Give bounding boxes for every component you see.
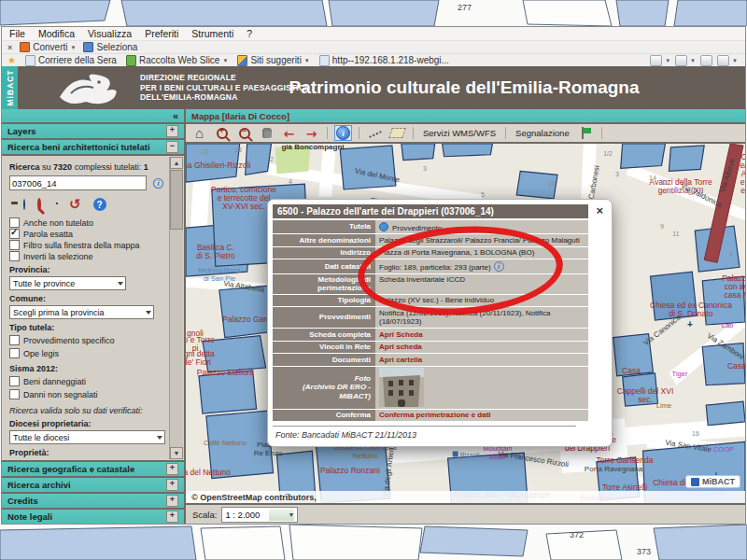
close-toolbar-button[interactable]: ×	[7, 43, 12, 52]
home-page-icon[interactable]: ▼	[650, 55, 670, 66]
favorite-corriere-della-sera[interactable]: Corriere della Sera	[25, 55, 117, 66]
map-label: 3	[615, 170, 619, 178]
menu-visualizza[interactable]: Visualizza	[88, 28, 132, 39]
safety-icon[interactable]: ▼	[675, 55, 696, 66]
identify-icon[interactable]	[334, 125, 352, 141]
apri-scheda-link[interactable]: Apri Scheda	[379, 330, 423, 339]
menu-strumenti[interactable]: Strumenti	[191, 28, 233, 39]
map-label: Via San Vitale	[665, 439, 712, 455]
expand-icon[interactable]: +	[166, 479, 178, 491]
collapse-icon[interactable]: −	[166, 141, 178, 153]
chevron-down-icon: ▼	[269, 509, 294, 521]
search-input[interactable]	[9, 175, 147, 190]
slice-icon	[126, 55, 136, 66]
suggest-icon	[237, 55, 247, 66]
accordion-layers[interactable]: Layers +	[2, 124, 184, 138]
checkbox-parola-esatta[interactable]: Parola esatta	[9, 229, 163, 239]
forward-icon[interactable]	[303, 125, 320, 141]
favorites-star-icon[interactable]: ★	[7, 56, 16, 65]
convert-button[interactable]: Converti ▼	[20, 42, 76, 52]
menu-file[interactable]: File	[9, 28, 25, 39]
field-value: Apri scheda	[375, 342, 588, 354]
popup-row-foto: Foto(Archivio DR ERO - MiBACT)	[273, 367, 588, 409]
accordion-ricerca-geografica-e-catastale[interactable]: Ricerca geografica e catastale+	[2, 462, 184, 476]
field-label: Indirizzo	[273, 247, 375, 259]
comune-select[interactable]: Scegli prima la provincia	[9, 305, 154, 319]
map-label: Casa Ghisilieri-Rizzoli	[186, 161, 250, 170]
segnalazione-button[interactable]: Segnalazione	[513, 128, 572, 138]
accordion-credits[interactable]: Credits+	[2, 494, 184, 508]
map-label: agni detta de' Fiori	[186, 350, 215, 367]
accordion-ricerca-archivi[interactable]: Ricerca archivi+	[2, 478, 184, 492]
expand-icon[interactable]: +	[166, 495, 178, 507]
apri-cartella-link[interactable]: Apri cartella	[379, 356, 422, 364]
expand-icon[interactable]: +	[166, 125, 178, 137]
map-label: 2	[270, 155, 274, 163]
scroll-up-button[interactable]: ▲	[170, 157, 183, 169]
search-icon[interactable]	[37, 200, 45, 209]
search-summary: Ricerca su 7320 complessi tutelati: 1	[9, 162, 163, 172]
expand-icon[interactable]: +	[166, 463, 178, 475]
apri-scheda-link[interactable]: Apri scheda	[379, 343, 422, 351]
map-label: aria del Nettuno	[186, 469, 231, 477]
expand-icon[interactable]: +	[166, 511, 178, 523]
parcel-number-top: 277	[458, 3, 472, 12]
chevron-down-icon[interactable]: ▼	[222, 58, 228, 63]
wms-button[interactable]: Servizi WMS/WFS	[420, 128, 499, 138]
scale-select[interactable]: 1 : 2.000 ▼	[221, 507, 298, 523]
menu-modifica[interactable]: Modifica	[38, 28, 75, 39]
browser-menu-bar: FileModificaVisualizzaPreferitiStrumenti…	[2, 27, 745, 41]
zoom-in-icon[interactable]: +	[213, 125, 231, 141]
help-icon[interactable]	[93, 198, 106, 211]
measure-line-icon[interactable]	[366, 125, 384, 141]
checkbox-provvedimento-specifico[interactable]: Provvedimento specifico	[9, 335, 115, 345]
read-mail-icon[interactable]	[700, 55, 712, 66]
collapse-sidebar-button[interactable]: «	[173, 110, 178, 121]
map-label: 5	[481, 190, 485, 199]
select-button[interactable]: Seleziona	[83, 42, 137, 52]
favorite-http-192-168-1-218-webgi[interactable]: http--192.168.1.218-webgi...	[319, 55, 449, 66]
menu-help[interactable]: ?	[247, 28, 252, 39]
photo-thumbnail[interactable]	[379, 368, 585, 407]
measure-area-icon[interactable]	[388, 125, 406, 141]
checkbox-anche-non-tutelato[interactable]: Anche non tutelato	[9, 217, 163, 228]
zoom-out-icon[interactable]: −	[235, 125, 253, 141]
menu-preferiti[interactable]: Preferiti	[145, 28, 178, 39]
close-icon[interactable]: ×	[596, 204, 603, 217]
undo-icon[interactable]	[69, 196, 81, 213]
mibact-watermark[interactable]: MiBACT	[685, 475, 740, 488]
back-icon[interactable]	[280, 125, 298, 141]
globe-icon[interactable]	[23, 200, 25, 209]
favorite-raccolta-web-slice[interactable]: Raccolta Web Slice▼	[126, 55, 228, 66]
scroll-down-button[interactable]: ▼	[170, 447, 183, 459]
conferma-perimetrazione-e-dati-link[interactable]: Conferma perimetrazione e dati	[379, 411, 491, 419]
checkbox-filtro-sulla-finestra-della-mappa[interactable]: Filtro sulla finestra della mappa	[9, 240, 163, 250]
checkbox-danni-non-segnalati[interactable]: Danni non segnalati	[9, 389, 98, 399]
checkbox-ope-legis[interactable]: Ope legis	[9, 348, 59, 358]
checkbox-beni-danneggiati[interactable]: Beni danneggiati	[9, 376, 86, 386]
diocesi-select[interactable]: Tutte le diocesi	[9, 430, 165, 444]
pan-icon[interactable]	[258, 125, 275, 141]
app-header: MiBACT DIREZIONE REGIONALE PER I BENI CU…	[2, 66, 745, 109]
map-label: Lab	[722, 321, 734, 329]
scrollbar-thumb[interactable]	[170, 170, 183, 230]
chevron-down-icon: ▼	[732, 58, 738, 63]
sisma-label: Sisma 2012:	[9, 364, 163, 373]
checkbox-inverti-la-selezione[interactable]: Inverti la selezione	[9, 251, 163, 261]
select-label: Seleziona	[96, 42, 137, 52]
flag-icon[interactable]	[577, 125, 595, 141]
provincia-select[interactable]: Tutte le province	[9, 276, 126, 290]
print-icon[interactable]: ▼	[717, 55, 738, 66]
map-label: +	[687, 320, 693, 329]
search-info-icon[interactable]: i	[153, 178, 163, 189]
accordion-ricerca-beni[interactable]: Ricerca beni architettonici tutelati −	[2, 140, 184, 154]
home-icon[interactable]	[190, 125, 208, 141]
favorite-siti-suggeriti[interactable]: Siti suggeriti▼	[237, 55, 309, 66]
map-label: 4	[729, 250, 733, 259]
diocesi-label: Diocesi proprietaria:	[9, 419, 163, 428]
convert-caret-icon[interactable]: ▼	[71, 45, 77, 50]
accordion-note-legali[interactable]: Note legali+	[2, 510, 184, 524]
browser-favorites-bar: ★ Corriere della SeraRaccolta Web Slice▼…	[2, 54, 745, 66]
map-label: Rizzoli	[453, 451, 480, 459]
chevron-down-icon[interactable]: ▼	[304, 58, 310, 63]
